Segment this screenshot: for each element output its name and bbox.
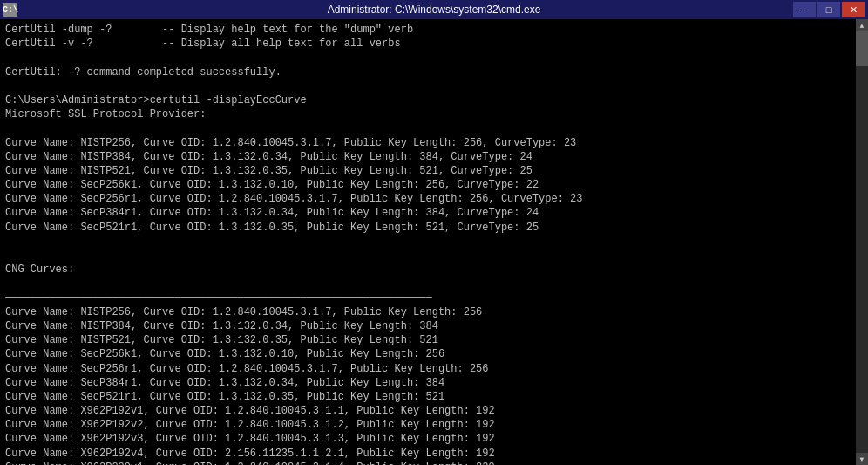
scroll-thumb[interactable] — [856, 31, 868, 66]
window-controls: ─ □ ✕ — [793, 2, 865, 17]
console-output: CertUtil -dump -? -- Display help text f… — [5, 23, 863, 465]
scroll-down-arrow[interactable]: ▼ — [856, 453, 868, 465]
title-bar: C:\ Administrator: C:\Windows\system32\c… — [0, 0, 868, 19]
maximize-button[interactable]: □ — [817, 2, 840, 17]
console-area: CertUtil -dump -? -- Display help text f… — [0, 19, 868, 465]
window: C:\ Administrator: C:\Windows\system32\c… — [0, 0, 868, 465]
scrollbar[interactable]: ▲ ▼ — [856, 19, 868, 465]
title-bar-left: C:\ — [3, 3, 17, 17]
cmd-icon: C:\ — [3, 3, 17, 17]
scroll-track[interactable] — [856, 31, 868, 453]
close-button[interactable]: ✕ — [842, 2, 865, 17]
scroll-up-arrow[interactable]: ▲ — [856, 19, 868, 31]
window-title: Administrator: C:\Windows\system32\cmd.e… — [328, 3, 541, 16]
minimize-button[interactable]: ─ — [793, 2, 816, 17]
